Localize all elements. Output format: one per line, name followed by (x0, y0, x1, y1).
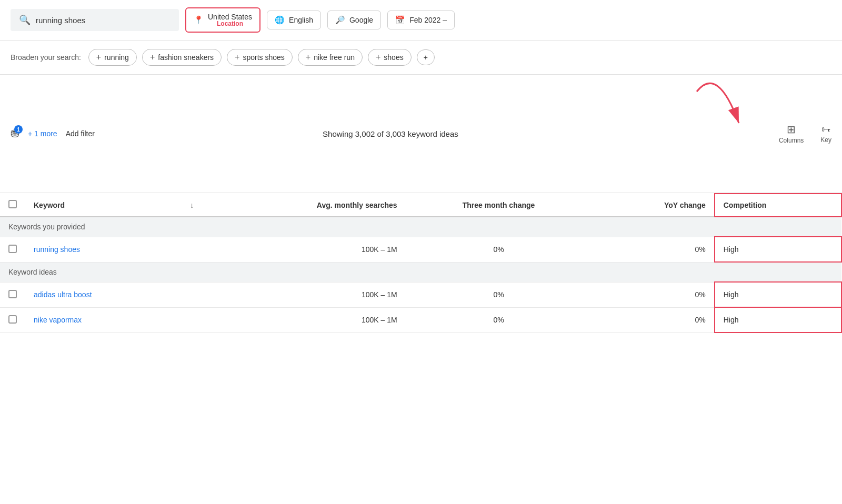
col-header-yoy[interactable]: YoY change (592, 194, 715, 217)
header: 🔍 📍 United States Location 🌐 English 🔎 G… (0, 0, 842, 41)
add-filter-button[interactable]: Add filter (66, 129, 95, 138)
broaden-label: Broaden your search: (11, 53, 81, 62)
section-header-provided: Keywords you provided (0, 217, 841, 237)
broaden-chip-running[interactable]: + running (88, 49, 137, 66)
plus-icon: + (150, 53, 155, 62)
yoy-cell: 0% (592, 282, 715, 307)
keywords-table: Keyword ↓ Avg. monthly searches Three mo… (0, 193, 842, 333)
broaden-chip-label: nike free run (314, 53, 355, 62)
location-sub-label: Location (208, 20, 252, 27)
broaden-chip-more[interactable]: + (417, 49, 435, 65)
language-filter[interactable]: 🌐 English (267, 11, 321, 29)
date-filter[interactable]: 📅 Feb 2022 – (387, 11, 455, 29)
broaden-chip-label: sports shoes (243, 53, 284, 62)
key-button[interactable]: 🗝 Key (820, 124, 831, 144)
filter-badge: 1 (14, 125, 23, 134)
columns-button[interactable]: ⊞ Columns (779, 123, 804, 144)
col-header-avg-monthly[interactable]: Avg. monthly searches (203, 194, 405, 217)
empty-cell (182, 237, 203, 262)
search-network-label: Google (349, 16, 373, 24)
date-icon: 📅 (395, 15, 405, 25)
search-network-icon: 🔎 (335, 15, 345, 25)
competition-cell: High (715, 307, 841, 332)
filter-icon-wrap[interactable]: ⛃ 1 (11, 127, 19, 140)
table-row: running shoes 100K – 1M 0% 0% High (0, 237, 841, 262)
avg-monthly-cell: 100K – 1M (203, 307, 405, 332)
avg-monthly-cell: 100K – 1M (203, 282, 405, 307)
col-header-competition[interactable]: Competition (715, 194, 841, 217)
plus-icon: + (96, 53, 101, 62)
col-header-three-month[interactable]: Three month change (406, 194, 592, 217)
location-filter[interactable]: 📍 United States Location (185, 7, 260, 33)
table-row: nike vapormax 100K – 1M 0% 0% High (0, 307, 841, 332)
col-header-keyword[interactable]: Keyword (25, 194, 182, 217)
search-icon: 🔍 (19, 14, 31, 26)
language-icon: 🌐 (275, 15, 285, 25)
three-month-cell: 0% (406, 237, 592, 262)
keyword-cell[interactable]: nike vapormax (25, 307, 182, 332)
row-checkbox[interactable] (8, 315, 17, 324)
row-checkbox-cell[interactable] (0, 307, 25, 332)
location-icon: 📍 (194, 15, 204, 25)
yoy-cell: 0% (592, 237, 715, 262)
competition-cell: High (715, 282, 841, 307)
broaden-chip-sports-shoes[interactable]: + sports shoes (227, 49, 293, 66)
empty-cell (182, 307, 203, 332)
col-header-checkbox[interactable] (0, 194, 25, 217)
columns-label: Columns (779, 137, 804, 144)
more-icon: + (424, 53, 428, 62)
annotation-arrow (686, 81, 770, 186)
search-input[interactable] (36, 16, 152, 25)
columns-icon: ⊞ (787, 123, 796, 136)
three-month-cell: 0% (406, 307, 592, 332)
avg-monthly-cell: 100K – 1M (203, 237, 405, 262)
broaden-chip-fashion-sneakers[interactable]: + fashion sneakers (142, 49, 222, 66)
plus-icon: + (376, 53, 380, 62)
row-checkbox[interactable] (8, 290, 17, 298)
keyword-cell[interactable]: running shoes (25, 237, 182, 262)
row-checkbox-cell[interactable] (0, 282, 25, 307)
select-all-checkbox[interactable] (8, 200, 17, 208)
row-checkbox-cell[interactable] (0, 237, 25, 262)
plus-icon: + (235, 53, 239, 62)
showing-text: Showing 3,002 of 3,003 keyword ideas (103, 129, 678, 138)
section-label: Keyword ideas (0, 262, 841, 282)
broaden-chip-label: running (104, 53, 129, 62)
search-box[interactable]: 🔍 (11, 9, 179, 31)
table-row: adidas ultra boost 100K – 1M 0% 0% High (0, 282, 841, 307)
more-filters-button[interactable]: + 1 more (28, 129, 57, 138)
broaden-row: Broaden your search: + running + fashion… (0, 41, 842, 75)
date-label: Feb 2022 – (409, 16, 447, 24)
broaden-chip-nike-free-run[interactable]: + nike free run (298, 49, 363, 66)
broaden-chip-shoes[interactable]: + shoes (368, 49, 412, 66)
competition-cell: High (715, 237, 841, 262)
search-network-filter[interactable]: 🔎 Google (327, 11, 381, 29)
table-container: Keyword ↓ Avg. monthly searches Three mo… (0, 193, 842, 333)
empty-cell (182, 282, 203, 307)
key-icon: 🗝 (821, 124, 831, 135)
broaden-chip-label: shoes (384, 53, 403, 62)
broaden-chip-label: fashion sneakers (158, 53, 214, 62)
filter-bar: ⛃ 1 + 1 more Add filter Showing 3,002 of… (0, 75, 842, 193)
yoy-cell: 0% (592, 307, 715, 332)
row-checkbox[interactable] (8, 245, 17, 253)
keyword-cell[interactable]: adidas ultra boost (25, 282, 182, 307)
language-label: English (289, 16, 313, 24)
section-label: Keywords you provided (0, 217, 841, 237)
three-month-cell: 0% (406, 282, 592, 307)
col-header-sort[interactable]: ↓ (182, 194, 203, 217)
key-label: Key (820, 136, 831, 144)
plus-icon: + (306, 53, 310, 62)
section-header-ideas: Keyword ideas (0, 262, 841, 282)
